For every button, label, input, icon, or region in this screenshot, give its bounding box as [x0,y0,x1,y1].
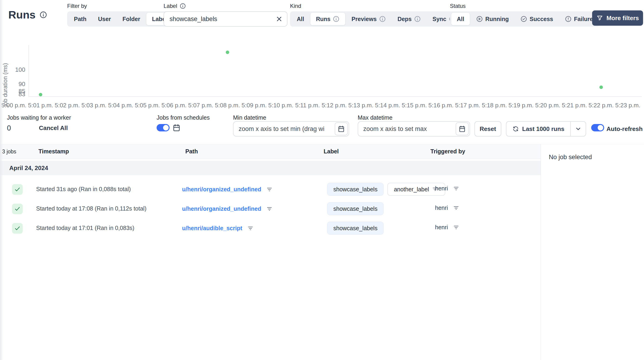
option-label: All [457,16,464,22]
jobs-from-schedules-toggle[interactable] [156,124,170,131]
calendar-icon[interactable] [172,124,181,132]
option-label: User [98,16,111,22]
more-filters-button[interactable]: More filters [592,10,643,26]
run-labels-cell: showcase_labels [327,202,384,215]
filter-by-path-icon[interactable] [266,186,273,193]
filter-by-path-icon[interactable] [247,225,254,232]
last-runs-button[interactable]: Last 1000 runs [506,122,570,136]
run-path-link[interactable]: u/henri/organized_undefined [182,205,261,212]
filter-by-user-icon[interactable] [453,224,460,231]
label-filter-input[interactable] [164,11,288,27]
x-tick-label: 5:13 p.m. [348,102,374,109]
max-datetime-calendar-button[interactable] [456,122,469,135]
kind-option-previews[interactable]: Previews [346,12,391,25]
runs-table: 3 jobs TimestampPathLabelTriggered by Ap… [0,144,541,360]
column-header-path: Path [185,148,198,155]
alert-circle-icon [565,15,572,22]
chart-points-layer [14,45,628,97]
filter-by-option-path[interactable]: Path [68,12,92,25]
last-runs-dropdown-button[interactable] [570,122,586,136]
status-option-all[interactable]: All [451,12,470,25]
option-label: Deps [398,16,412,22]
triggered-by-user: henri [435,185,448,192]
refresh-icon [512,126,519,132]
filter-by-user-icon[interactable] [453,204,460,211]
success-check-icon [12,204,23,214]
cancel-all-button[interactable]: Cancel All [39,125,68,132]
kind-option-runs[interactable]: Runs [310,12,346,25]
filter-by-path-icon[interactable] [266,205,273,212]
run-labels-cell: showcase_labels [327,222,384,235]
min-datetime-calendar-button[interactable] [335,122,348,135]
runs-duration-chart[interactable]: job duration (ms) 100908583 5:00 p.m.5:0… [0,35,644,111]
column-header-timestamp: Timestamp [38,148,69,155]
column-header-label: Label [324,148,339,155]
funnel-icon [596,14,603,21]
date-group-header: April 24, 2024 [0,161,541,175]
label-filter-group: Label [164,3,288,27]
reset-button[interactable]: Reset [474,121,501,137]
x-tick-label: 5:01 p.m. [28,102,53,109]
table-header-row: 3 jobs TimestampPathLabelTriggered by [0,144,541,159]
info-icon[interactable] [40,11,47,19]
label-pill[interactable]: showcase_labels [327,183,384,196]
play-circle-icon [476,15,483,22]
option-label: Folder [122,16,140,22]
min-datetime-input[interactable] [233,121,349,137]
filter-by-user-icon[interactable] [453,185,460,192]
check-circle-icon [520,15,527,22]
table-row[interactable]: Started today at 17:08 (Ran in 0,112s to… [0,199,541,219]
status-option-success[interactable]: Success [515,12,558,25]
x-tick-label: 5:23 p.m. [615,102,640,109]
max-datetime-input[interactable] [358,121,470,137]
label-filter-label: Label [164,3,177,9]
filter-by-option-folder[interactable]: Folder [117,12,146,25]
column-header-triggered-by: Triggered by [430,148,465,155]
info-icon[interactable] [180,3,186,9]
run-path-link[interactable]: u/henri/organized_undefined [182,186,261,193]
label-pill[interactable]: showcase_labels [327,202,384,215]
status-group: Status AllRunningSuccessFailure [450,3,600,27]
more-filters-label: More filters [606,14,639,22]
run-data-point[interactable] [39,93,42,96]
min-datetime-label: Min datetime [233,114,266,121]
status-option-running[interactable]: Running [470,12,514,25]
option-label: Previews [352,16,376,22]
filter-by-segmented: PathUserFolderLabel [67,11,174,27]
table-row[interactable]: Started 31s ago (Ran in 0,088s total)u/h… [0,180,541,199]
label-pill-text: showcase_labels [333,186,377,193]
run-timestamp: Started 31s ago (Ran in 0,088s total) [36,186,131,192]
x-tick-label: 5:18 p.m. [482,102,507,109]
run-path-link[interactable]: u/henri/audible_script [182,225,242,232]
filter-by-group: Filter by PathUserFolderLabel [67,3,174,27]
run-path-cell: u/henri/audible_script [182,225,254,232]
x-tick-label: 5:10 p.m. [268,102,293,109]
clear-label-icon[interactable] [276,15,283,23]
status-label: Status [450,3,600,9]
run-data-point[interactable] [226,51,229,54]
triggered-by-cell: henri [435,204,460,211]
max-datetime-field [358,121,470,137]
run-path-cell: u/henri/organized_undefined [182,186,273,193]
kind-option-all[interactable]: All [291,12,310,25]
top-filter-bar: Runs Filter by PathUserFolderLabel Label… [0,0,644,32]
jobs-waiting-label: Jobs waiting for a worker [7,114,71,121]
jobs-from-schedules-label: Jobs from schedules [156,114,210,121]
x-tick-label: 5:17 p.m. [455,102,480,109]
auto-refresh-toggle[interactable] [591,124,604,131]
viewport-left-edge [0,0,3,360]
triggered-by-cell: henri [435,185,460,192]
run-data-point[interactable] [599,86,603,89]
kind-option-deps[interactable]: Deps [392,12,426,25]
x-tick-label: 5:20 p.m. [535,102,560,109]
last-runs-label: Last 1000 runs [522,125,564,133]
info-icon [414,15,421,22]
x-tick-label: 5:05 p.m. [135,102,160,109]
label-pill[interactable]: showcase_labels [327,222,384,235]
label-pill-text: showcase_labels [333,225,377,232]
filter-by-option-user[interactable]: User [92,12,116,25]
table-row[interactable]: Started today at 17:01 (Ran in 0,083s)u/… [0,219,541,238]
triggered-by-cell: henri [435,224,460,231]
run-timestamp: Started today at 17:08 (Ran in 0,112s to… [36,205,146,212]
page-title: Runs [8,8,47,21]
